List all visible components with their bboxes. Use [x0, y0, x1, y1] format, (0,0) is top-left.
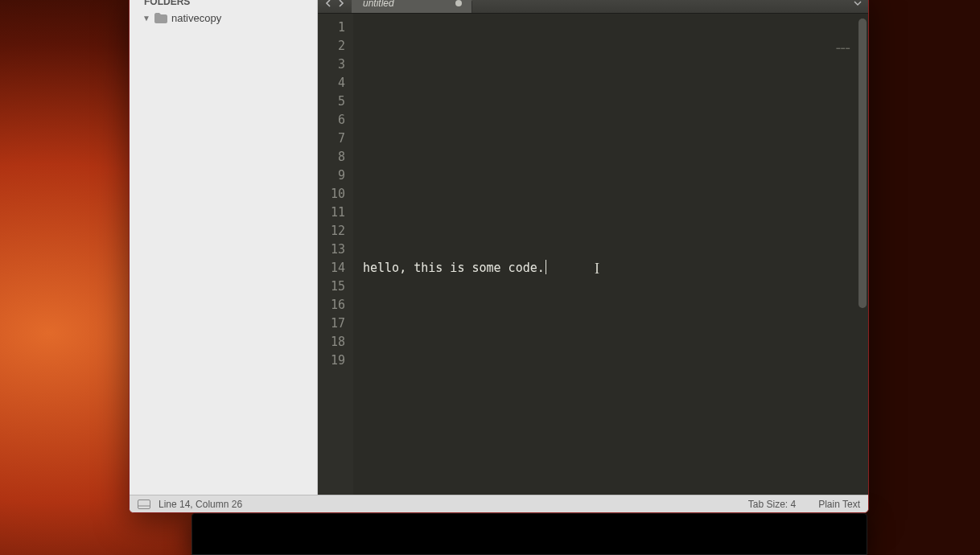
svg-rect-0: [138, 500, 150, 508]
code-line[interactable]: [363, 185, 868, 204]
line-number-gutter: 12345678910111213141516171819: [318, 14, 353, 495]
line-number: 3: [329, 56, 345, 74]
editor-body: FOLDERS ▼ nativecopy: [130, 0, 868, 495]
disclosure-triangle-icon[interactable]: ▼: [142, 14, 150, 23]
tab-dirty-indicator-icon: [455, 0, 462, 6]
line-number: 7: [329, 130, 345, 148]
code-lines[interactable]: ━━━ I hello, this is some code.: [353, 14, 868, 495]
line-number: 4: [329, 74, 345, 92]
code-line[interactable]: [363, 296, 868, 314]
code-line[interactable]: [363, 240, 868, 259]
code-line[interactable]: [363, 111, 868, 130]
line-number: 17: [329, 314, 345, 333]
terminal-window[interactable]: [191, 513, 867, 555]
line-number: 11: [329, 204, 345, 222]
code-line[interactable]: [363, 222, 868, 240]
line-number: 16: [329, 296, 345, 314]
code-line[interactable]: [363, 18, 868, 37]
line-number: 8: [329, 148, 345, 166]
folder-icon: [154, 13, 167, 23]
code-area[interactable]: 12345678910111213141516171819 ━━━ I hell…: [318, 14, 868, 495]
code-line[interactable]: [363, 352, 868, 370]
code-line[interactable]: [363, 37, 868, 56]
line-number: 1: [329, 18, 345, 37]
code-line[interactable]: [363, 314, 868, 333]
line-number: 10: [329, 185, 345, 204]
code-line[interactable]: [363, 130, 868, 148]
scrollbar-vertical[interactable]: [859, 18, 867, 308]
code-line[interactable]: [363, 74, 868, 92]
tab-overflow-menu-icon[interactable]: [847, 0, 868, 13]
line-number: 6: [329, 111, 345, 130]
line-number: 15: [329, 278, 345, 296]
line-number: 5: [329, 92, 345, 111]
line-number: 2: [329, 37, 345, 56]
folder-label: nativecopy: [171, 12, 221, 24]
tab-bar: untitled: [318, 0, 868, 14]
main-area: untitled 12345678910111213141516171819 ━…: [318, 0, 868, 495]
panel-switcher-icon[interactable]: [138, 500, 150, 509]
line-number: 19: [329, 352, 345, 370]
status-cursor-position[interactable]: Line 14, Column 26: [159, 499, 242, 510]
code-line[interactable]: [363, 92, 868, 111]
code-line[interactable]: [363, 204, 868, 222]
nav-forward-icon[interactable]: [336, 0, 347, 9]
code-line[interactable]: [363, 278, 868, 296]
line-number: 12: [329, 222, 345, 240]
tab-untitled[interactable]: untitled: [352, 0, 472, 13]
code-line[interactable]: [363, 56, 868, 74]
editor-window: FOLDERS ▼ nativecopy: [129, 0, 869, 513]
code-line[interactable]: hello, this is some code.: [363, 259, 868, 278]
line-number: 18: [329, 333, 345, 352]
line-number: 14: [329, 259, 345, 278]
caret-icon: [546, 260, 547, 274]
code-line[interactable]: [363, 148, 868, 166]
status-bar: Line 14, Column 26 Tab Size: 4 Plain Tex…: [130, 495, 868, 512]
status-tab-size[interactable]: Tab Size: 4: [748, 499, 796, 510]
sidebar: FOLDERS ▼ nativecopy: [130, 0, 318, 495]
tab-nav-arrows: [318, 0, 352, 13]
line-number: 13: [329, 240, 345, 259]
code-line[interactable]: [363, 333, 868, 352]
code-line[interactable]: [363, 166, 868, 185]
status-syntax[interactable]: Plain Text: [818, 499, 860, 510]
folder-row-nativecopy[interactable]: ▼ nativecopy: [130, 10, 317, 26]
tab-title: untitled: [363, 0, 394, 9]
line-number: 9: [329, 166, 345, 185]
sidebar-header: FOLDERS: [130, 0, 317, 10]
nav-back-icon[interactable]: [323, 0, 334, 9]
